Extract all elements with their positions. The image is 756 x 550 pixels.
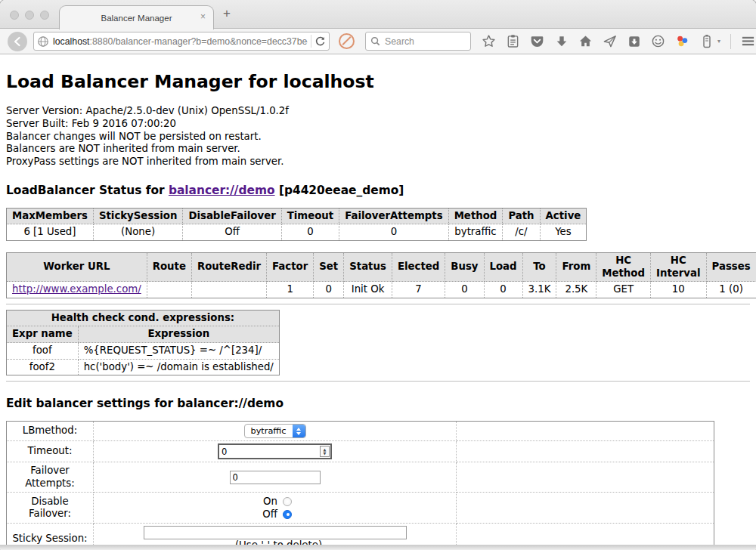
- number-spinner-icon[interactable]: ▲▼: [320, 446, 330, 457]
- browser-window: Balancer Manager × + localhost:8880/bala…: [0, 0, 756, 550]
- back-button[interactable]: [8, 32, 27, 51]
- timeout-input[interactable]: [219, 446, 320, 457]
- failover-attempts-label: Failover Attempts:: [7, 462, 94, 493]
- table-header-row: Worker URL Route RouteRedir Factor Set S…: [7, 252, 756, 281]
- proxypass-inherit-line: ProxyPass settings are NOT inherited fro…: [6, 156, 750, 168]
- close-window-button[interactable]: [10, 11, 19, 20]
- download-panel-icon[interactable]: [627, 34, 641, 48]
- lbmethod-select[interactable]: bytraffic: [244, 424, 306, 438]
- reading-list-icon[interactable]: [506, 34, 520, 48]
- globe-icon: [37, 36, 49, 48]
- chat-smiley-icon[interactable]: [651, 34, 665, 48]
- worker-url-link[interactable]: http://www.example.com/: [12, 283, 141, 295]
- close-tab-icon[interactable]: ×: [200, 12, 206, 21]
- menu-hamburger-icon[interactable]: [741, 34, 755, 48]
- persist-warning-line: Balancer changes will NOT be persisted o…: [6, 131, 750, 144]
- edit-balancer-heading: Edit balancer settings for balancer://de…: [6, 397, 750, 410]
- sticky-session-input[interactable]: [144, 526, 407, 539]
- timeout-label: Timeout:: [7, 441, 94, 462]
- loadbalancer-status-heading: LoadBalancer Status for balancer://demo …: [6, 184, 750, 197]
- table-title-row: Health check cond. expressions:: [7, 310, 280, 326]
- section-divider: [6, 381, 750, 382]
- table-header-row: MaxMembers StickySession DisableFailover…: [7, 208, 587, 224]
- adblock-icon[interactable]: [339, 33, 355, 49]
- lbmethod-row: LBmethod: bytraffic: [7, 422, 714, 441]
- search-bar[interactable]: [365, 32, 471, 51]
- toolbar-separator: [730, 34, 731, 49]
- health-check-table: Health check cond. expressions: Expr nam…: [6, 310, 280, 375]
- disable-failover-row: Disable Failover: On Off: [7, 493, 714, 524]
- toolbar-icons: ▾: [482, 34, 756, 49]
- table-row: 6 [1 Used] (None) Off 0 0 bytraffic /c/ …: [7, 224, 587, 241]
- server-info: Server Version: Apache/2.5.0-dev (Unix) …: [6, 105, 750, 168]
- tab-title: Balancer Manager: [101, 14, 172, 23]
- table-row: foof %{REQUEST_STATUS} =~ /^[234]/: [7, 343, 280, 360]
- section-divider: [6, 304, 750, 304]
- bookmark-star-icon[interactable]: [482, 34, 496, 48]
- server-built-line: Server Built: Feb 9 2016 07:00:20: [6, 118, 750, 131]
- health-check-title: Health check cond. expressions:: [7, 310, 280, 326]
- select-stepper-icon: [293, 425, 305, 437]
- url-text[interactable]: localhost:8880/balancer-manager?b=demo&n…: [53, 36, 308, 47]
- downloads-icon[interactable]: [554, 34, 569, 48]
- page-content: Load Balancer Manager for localhost Serv…: [0, 55, 756, 550]
- tab-bar: Balancer Manager × +: [0, 0, 756, 29]
- balancers-inherit-line: Balancers are NOT inherited from main se…: [6, 143, 750, 156]
- table-header-row: Expr name Expression: [7, 326, 280, 343]
- worker-status-table: Worker URL Route RouteRedir Factor Set S…: [6, 252, 756, 298]
- server-version-line: Server Version: Apache/2.5.0-dev (Unix) …: [6, 105, 750, 118]
- navigation-toolbar: localhost:8880/balancer-manager?b=demo&n…: [0, 29, 756, 54]
- dropdown-caret-icon[interactable]: ▾: [717, 38, 720, 45]
- balancer-demo-link[interactable]: balancer://demo: [169, 184, 275, 197]
- reload-icon[interactable]: [314, 36, 326, 47]
- zoom-window-button[interactable]: [40, 11, 49, 20]
- disable-failover-off-radio[interactable]: [283, 510, 292, 519]
- minimize-window-button[interactable]: [25, 11, 34, 20]
- new-tab-button[interactable]: +: [223, 6, 231, 21]
- timeout-row: Timeout: ▲▼: [7, 441, 714, 462]
- tab-balancer-manager[interactable]: Balancer Manager ×: [59, 5, 214, 29]
- failover-attempts-input[interactable]: [230, 471, 321, 484]
- disable-failover-on-radio[interactable]: [283, 497, 292, 506]
- failover-attempts-row: Failover Attempts:: [7, 462, 714, 493]
- balancer-status-table: MaxMembers StickySession DisableFailover…: [6, 208, 587, 241]
- edit-balancer-form: LBmethod: bytraffic Timeout: ▲▼: [6, 421, 714, 550]
- lbmethod-label: LBmethod:: [7, 422, 94, 441]
- battery-icon[interactable]: [699, 34, 714, 48]
- search-icon: [370, 36, 380, 46]
- timeout-input-wrap: ▲▼: [218, 443, 332, 459]
- search-input[interactable]: [383, 36, 459, 48]
- home-icon[interactable]: [578, 34, 593, 48]
- back-arrow-icon: [12, 36, 23, 47]
- colored-dots-icon[interactable]: [675, 34, 689, 48]
- send-icon[interactable]: [603, 34, 617, 48]
- table-row: http://www.example.com/ 1 0 Init Ok 7 0 …: [7, 282, 756, 298]
- page-title: Load Balancer Manager for localhost: [6, 71, 750, 92]
- table-row: foof2 hc('body') =~ /domain is establish…: [7, 359, 280, 375]
- pocket-icon[interactable]: [530, 34, 544, 48]
- window-bottom-edge: [0, 545, 756, 550]
- window-controls: [10, 11, 49, 20]
- disable-failover-label: Disable Failover:: [7, 493, 94, 524]
- url-divider: [311, 35, 311, 48]
- url-bar[interactable]: localhost:8880/balancer-manager?b=demo&n…: [33, 32, 330, 51]
